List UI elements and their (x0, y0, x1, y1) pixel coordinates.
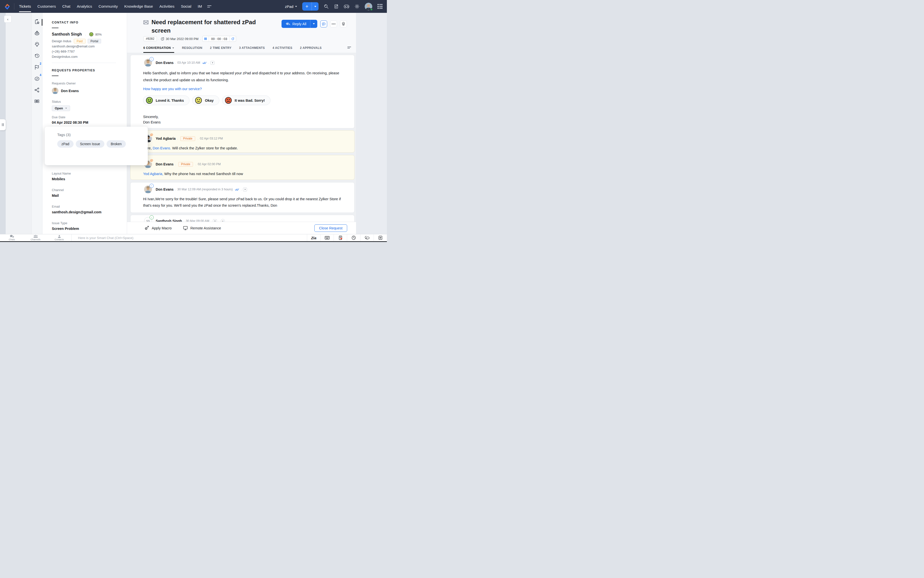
chat-tab-chats[interactable]: Chats (0, 234, 24, 241)
tag-chip[interactable]: Screen Issue (76, 140, 104, 148)
contact-phone: (+26) 669-7787 (52, 50, 75, 54)
owner-avatar (52, 88, 58, 94)
nav-item-knowledge-base[interactable]: Knowledge Base (121, 0, 156, 13)
tag-chip[interactable]: zPad (57, 140, 73, 148)
comment-button[interactable] (320, 21, 327, 28)
survey-option-bad[interactable]: It was Bad. Sorry! (222, 96, 270, 105)
rail-item-zia-bot[interactable] (32, 28, 42, 39)
tab-attachments[interactable]: 3 ATTACHMENTS (239, 46, 265, 53)
tag-chip[interactable]: Broken (107, 140, 126, 148)
recent-history-button[interactable] (347, 234, 360, 241)
add-button[interactable]: + (302, 2, 312, 11)
chevron-down-icon (65, 108, 67, 109)
back-button[interactable]: ‹ (4, 15, 11, 23)
nav-menu: Tickets Customers Chat Analytics Communi… (16, 0, 205, 13)
message-signature: Don Evans (143, 120, 348, 125)
rail-item-integrations[interactable] (32, 96, 42, 107)
survey-option-okay[interactable]: Okay (192, 96, 219, 105)
survey-option-loved[interactable]: Loved it. Thanks (143, 96, 189, 105)
contact-website[interactable]: DesignIndus.com (52, 55, 78, 58)
nav-more-menu-icon[interactable] (207, 5, 213, 8)
smart-chat-input[interactable]: Here is your Smart Chat (Ctrl+Space) (71, 234, 307, 241)
zia-assistant-button[interactable]: Zia (307, 234, 320, 241)
private-note-card: Yod Agbaria . Private . 02 Apr 03:12 PM … (130, 130, 354, 153)
message-body: Hello Santhosh, glad to inform you that … (143, 70, 350, 83)
remote-assistance-button[interactable]: Remote Assistance (183, 226, 221, 230)
settings-gear-icon[interactable] (354, 4, 359, 9)
expand-message-button[interactable] (213, 219, 217, 222)
message-card: ↑ Don Evans . 30 Mar 12:09 AM (responded… (130, 182, 354, 213)
read-receipt-icon (202, 62, 207, 64)
top-nav: Tickets Customers Chat Analytics Communi… (0, 0, 387, 13)
status-dropdown[interactable]: Open (52, 106, 70, 111)
rail-item-insights-bulb[interactable] (32, 39, 42, 50)
tab-activities[interactable]: 4 ACTIVITIES (272, 46, 292, 53)
plan-badge: Paid (74, 39, 86, 44)
due-date-label: Due Date (52, 115, 65, 119)
nav-item-activities[interactable]: Activities (156, 0, 178, 13)
nav-item-analytics[interactable]: Analytics (73, 0, 95, 13)
private-badge: Private (178, 162, 193, 167)
reply-options-dropdown[interactable] (310, 20, 317, 28)
user-avatar[interactable] (365, 3, 372, 10)
feeds-icon[interactable] (334, 4, 338, 9)
timer-refresh-button[interactable] (230, 36, 236, 42)
smart-chat-bar: Chats Channels Contacts Here is your Sma… (0, 234, 387, 241)
survey-question-link[interactable]: How happy are you with our service? (143, 87, 202, 91)
layout-name-value: Mobiles (52, 177, 65, 181)
apps-grid-icon[interactable] (377, 4, 382, 9)
thread-id-icon[interactable]: # (221, 219, 225, 222)
message-card: SS ↓ Santhosh Singh . 30 Mar 09:00 AM . … (130, 215, 354, 222)
search-icon[interactable] (324, 4, 328, 9)
nav-item-im[interactable]: IM (194, 0, 205, 13)
keyboard-shortcuts-button[interactable] (320, 234, 333, 241)
rail-item-flag[interactable]: 2 (32, 62, 42, 73)
message-author: Yod Agbaria (156, 136, 176, 141)
rail-item-share[interactable] (32, 84, 42, 96)
tab-conversation[interactable]: 6 CONVERSATION (143, 46, 174, 53)
rail-item-history[interactable] (32, 50, 42, 62)
avatar-initials: SS (146, 219, 150, 222)
apply-macro-button[interactable]: Apply Macro (144, 226, 172, 231)
nav-item-customers[interactable]: Customers (34, 0, 59, 13)
stack-view-button[interactable] (340, 21, 347, 28)
department-selector[interactable]: zPad (285, 5, 297, 9)
nav-item-community[interactable]: Community (95, 0, 121, 13)
mention-link[interactable]: Yod Agbaria, (143, 172, 163, 176)
email-field-label: Email (52, 205, 60, 208)
tab-resolution[interactable]: RESOLUTION (182, 46, 202, 53)
chat-messages-button[interactable] (360, 234, 374, 241)
add-dropdown-button[interactable] (312, 2, 319, 11)
exit-fullscreen-button[interactable] (374, 234, 387, 241)
rail-item-approvals[interactable]: 4 (32, 73, 42, 84)
chevron-down-icon (295, 6, 297, 7)
outgoing-reply-badge-icon: ↑ (149, 184, 154, 188)
brand-logo[interactable] (4, 3, 11, 10)
expand-message-button[interactable] (210, 61, 214, 65)
chat-tab-contacts[interactable]: Contacts (47, 234, 71, 241)
rail-item-properties[interactable] (32, 16, 42, 28)
expand-message-button[interactable] (243, 188, 247, 192)
panel-collapse-handle[interactable] (0, 119, 6, 130)
contact-email[interactable]: santhosh.design@email.com (52, 44, 95, 48)
mention-link[interactable]: Don Evans. (153, 146, 171, 150)
tab-approvals[interactable]: 2 APPROVALS (300, 46, 322, 53)
contact-name[interactable]: Santhosh Singh (52, 32, 82, 37)
chat-tab-channels[interactable]: Channels (24, 234, 47, 241)
tabs-overflow-icon[interactable] (347, 46, 351, 53)
timer-pause-button[interactable] (202, 36, 209, 42)
message-time: 30 Mar 09:00 AM (186, 219, 209, 222)
ellipsis-icon (332, 23, 335, 25)
more-actions-button[interactable] (330, 21, 337, 28)
nav-item-tickets[interactable]: Tickets (16, 0, 34, 13)
layers-icon (341, 22, 345, 26)
nav-item-social[interactable]: Social (178, 0, 194, 13)
activity-notes-button[interactable] (333, 234, 347, 241)
reply-all-button[interactable]: Reply All (282, 20, 310, 28)
ticket-created-at: 30 Mar 2022 09:00 PM (160, 37, 198, 41)
message-author: Don Evans (156, 61, 173, 65)
tab-time-entry[interactable]: 2 TIME ENTRY (210, 46, 231, 53)
close-request-button[interactable]: Close Request (314, 224, 347, 232)
gamescope-icon[interactable] (344, 5, 350, 9)
nav-item-chat[interactable]: Chat (59, 0, 73, 13)
